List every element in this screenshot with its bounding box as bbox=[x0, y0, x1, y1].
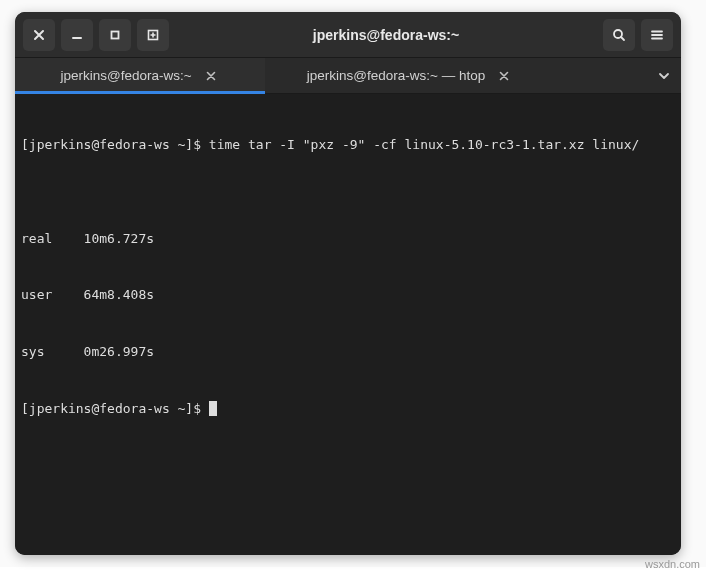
close-icon[interactable] bbox=[202, 67, 220, 85]
tab-bar: jperkins@fedora-ws:~ jperkins@fedora-ws:… bbox=[15, 58, 681, 94]
hamburger-menu-button[interactable] bbox=[641, 19, 673, 51]
tab-1[interactable]: jperkins@fedora-ws:~ bbox=[15, 58, 265, 93]
new-tab-button[interactable] bbox=[137, 19, 169, 51]
close-icon[interactable] bbox=[495, 67, 513, 85]
terminal-content[interactable]: [jperkins@fedora-ws ~]$ time tar -I "pxz… bbox=[15, 94, 681, 555]
terminal-line: user 64m8.408s bbox=[21, 286, 675, 305]
tab-label: jperkins@fedora-ws:~ — htop bbox=[307, 68, 485, 83]
minimize-button[interactable] bbox=[61, 19, 93, 51]
search-button[interactable] bbox=[603, 19, 635, 51]
titlebar: jperkins@fedora-ws:~ bbox=[15, 12, 681, 58]
tab-label: jperkins@fedora-ws:~ bbox=[60, 68, 191, 83]
close-button[interactable] bbox=[23, 19, 55, 51]
terminal-prompt-line: [jperkins@fedora-ws ~]$ bbox=[21, 400, 675, 419]
terminal-window: jperkins@fedora-ws:~ jperkins@fedora-ws:… bbox=[15, 12, 681, 555]
svg-rect-0 bbox=[112, 31, 119, 38]
watermark: wsxdn.com bbox=[645, 558, 700, 570]
terminal-line: [jperkins@fedora-ws ~]$ time tar -I "pxz… bbox=[21, 136, 675, 155]
terminal-line: sys 0m26.997s bbox=[21, 343, 675, 362]
tab-2[interactable]: jperkins@fedora-ws:~ — htop bbox=[265, 58, 555, 93]
tab-dropdown-button[interactable] bbox=[647, 58, 681, 93]
window-title: jperkins@fedora-ws:~ bbox=[175, 27, 597, 43]
maximize-button[interactable] bbox=[99, 19, 131, 51]
cursor-icon bbox=[209, 401, 217, 416]
terminal-line: real 10m6.727s bbox=[21, 230, 675, 249]
